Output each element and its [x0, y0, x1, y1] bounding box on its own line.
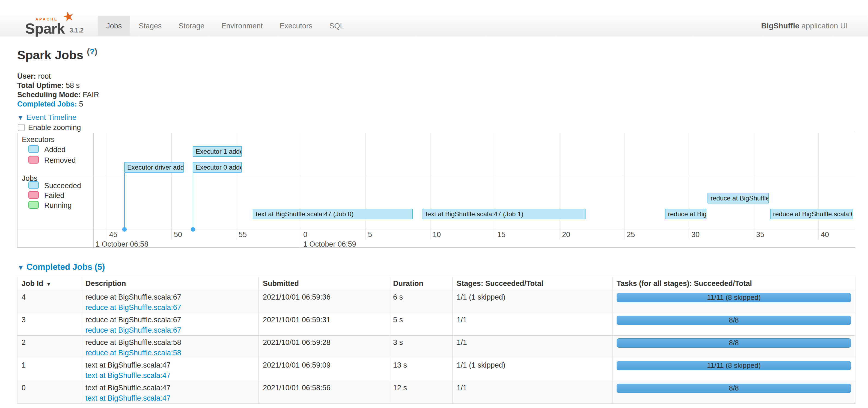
application-suffix: application UI — [800, 22, 848, 30]
legend-label-failed: Failed — [44, 192, 64, 200]
job-detail-link[interactable]: text at BigShuffle.scala:47 — [86, 371, 254, 380]
cell-tasks: 8/8 — [613, 381, 856, 404]
timeline-item[interactable]: reduce at BigShuffle.scala:58 (Job 2) — [665, 209, 706, 219]
job-description: reduce at BigShuffle.scala:58 — [86, 338, 254, 347]
timeline-event-marker-dot — [191, 227, 195, 232]
cell-tasks: 11/11 (8 skipped) — [613, 290, 856, 313]
cell-duration: 6 s — [389, 290, 453, 313]
enable-zooming-checkbox[interactable] — [18, 124, 25, 131]
tasks-progress-bar: 11/11 (8 skipped) — [617, 293, 851, 302]
completed-jobs-heading-text: Completed Jobs (5) — [27, 262, 105, 272]
legend-swatch-succeeded — [28, 181, 39, 189]
timeline-event-marker-dot — [122, 227, 127, 232]
tab-storage[interactable]: Storage — [170, 16, 213, 36]
summary-value: FAIR — [81, 91, 99, 99]
timeline-item[interactable]: reduce at BigShuffle.scala:67 (Job 4) — [770, 209, 852, 219]
column-header-submitted[interactable]: Submitted — [259, 277, 389, 290]
cell-submitted: 2021/10/01 06:58:56 — [259, 381, 389, 404]
cell-submitted: 2021/10/01 06:59:28 — [259, 336, 389, 358]
summary-value: 5 — [77, 100, 83, 108]
legend-swatch-added — [28, 145, 39, 153]
axis-tick-label: 5 — [368, 231, 372, 239]
cell-duration: 5 s — [389, 313, 453, 336]
timeline-item[interactable]: Executor driver added — [124, 162, 184, 173]
cell-description: reduce at BigShuffle.scala:67reduce at B… — [81, 313, 259, 336]
table-row: 1text at BigShuffle.scala:47text at BigS… — [18, 358, 856, 381]
help-question-icon[interactable]: ? — [90, 47, 94, 56]
timeline-major-gridline — [93, 133, 94, 248]
table-row: 3reduce at BigShuffle.scala:67reduce at … — [18, 313, 856, 336]
column-header-job-id[interactable]: Job Id▼ — [18, 277, 81, 290]
tab-environment[interactable]: Environment — [213, 16, 271, 36]
app-summary: User: rootTotal Uptime: 58 sScheduling M… — [17, 71, 99, 109]
timeline-item[interactable]: Executor 0 added — [193, 162, 242, 173]
summary-label[interactable]: Completed Jobs: — [17, 100, 77, 108]
legend-swatch-removed — [28, 156, 39, 164]
axis-tick-label: 50 — [174, 231, 182, 239]
job-detail-link[interactable]: reduce at BigShuffle.scala:67 — [86, 303, 254, 312]
help-link[interactable]: (?) — [87, 47, 97, 56]
summary-row: Total Uptime: 58 s — [17, 81, 99, 90]
cell-job-id: 1 — [18, 358, 81, 381]
timeline-gridline — [107, 133, 107, 240]
cell-stages: 1/1 — [453, 381, 613, 404]
table-row: 0text at BigShuffle.scala:47text at BigS… — [18, 381, 856, 404]
axis-tick-label: 25 — [627, 231, 635, 239]
completed-jobs-heading[interactable]: ▼Completed Jobs (5) — [17, 262, 105, 272]
job-detail-link[interactable]: reduce at BigShuffle.scala:67 — [86, 326, 254, 334]
table-header-row: Job Id▼DescriptionSubmittedDurationStage… — [18, 277, 856, 290]
job-description: text at BigShuffle.scala:47 — [86, 384, 254, 392]
tasks-progress-bar: 8/8 — [617, 384, 851, 393]
application-name: BigShuffle — [761, 22, 800, 30]
cell-tasks: 11/11 (8 skipped) — [613, 358, 856, 381]
job-description: text at BigShuffle.scala:47 — [86, 361, 254, 370]
timeline-item[interactable]: reduce at BigShuffle.scala:67 (Job 3) — [708, 193, 769, 203]
axis-tick-label: 40 — [821, 231, 829, 239]
summary-label: Total Uptime: — [17, 81, 64, 90]
enable-zooming-row: Enable zooming — [17, 123, 81, 132]
job-detail-link[interactable]: reduce at BigShuffle.scala:58 — [86, 349, 254, 357]
job-detail-link[interactable]: text at BigShuffle.scala:47 — [86, 394, 254, 403]
spark-logo[interactable]: APACHE Spark ★ 3.1.2 — [25, 16, 84, 36]
cell-tasks: 8/8 — [613, 336, 856, 358]
cell-duration: 3 s — [389, 336, 453, 358]
tab-jobs[interactable]: Jobs — [98, 16, 130, 36]
timeline-event-marker-line — [124, 173, 125, 229]
event-timeline-chart[interactable]: ExecutorsAddedRemovedJobsSucceededFailed… — [17, 133, 855, 248]
cell-description: reduce at BigShuffle.scala:67reduce at B… — [81, 290, 259, 313]
cell-tasks: 8/8 — [613, 313, 856, 336]
cell-stages: 1/1 (1 skipped) — [453, 358, 613, 381]
legend-label-removed: Removed — [44, 156, 76, 165]
timeline-event-marker-line — [193, 173, 193, 229]
spark-wordmark: APACHE Spark ★ — [25, 16, 65, 36]
column-header-duration[interactable]: Duration — [389, 277, 453, 290]
timeline-item[interactable]: Executor 1 added — [193, 146, 242, 157]
cell-duration: 13 s — [389, 358, 453, 381]
column-header-tasks-for-all-stages-succeeded-total[interactable]: Tasks (for all stages): Succeeded/Total — [613, 277, 856, 290]
column-header-description[interactable]: Description — [81, 277, 259, 290]
event-timeline-label: Event Timeline — [27, 113, 77, 121]
collapse-triangle-icon: ▼ — [17, 114, 24, 121]
axis-date-label: 1 October 06:58 — [96, 240, 149, 249]
tasks-progress-bar: 8/8 — [617, 338, 851, 348]
event-timeline-toggle[interactable]: ▼Event Timeline — [17, 113, 76, 122]
cell-submitted: 2021/10/01 06:59:09 — [259, 358, 389, 381]
cell-description: text at BigShuffle.scala:47text at BigSh… — [81, 358, 259, 381]
tab-stages[interactable]: Stages — [130, 16, 170, 36]
timeline-gridline — [172, 133, 172, 240]
axis-tick-label: 10 — [433, 231, 441, 239]
cell-description: text at BigShuffle.scala:47text at BigSh… — [81, 381, 259, 404]
tab-executors[interactable]: Executors — [271, 16, 321, 36]
timeline-item[interactable]: text at BigShuffle.scala:47 (Job 1) — [423, 209, 586, 219]
cell-description: reduce at BigShuffle.scala:58reduce at B… — [81, 336, 259, 358]
axis-tick-label: 30 — [691, 231, 700, 239]
cell-job-id: 4 — [18, 290, 81, 313]
cell-job-id: 3 — [18, 313, 81, 336]
column-header-stages-succeeded-total[interactable]: Stages: Succeeded/Total — [453, 277, 613, 290]
timeline-item[interactable]: text at BigShuffle.scala:47 (Job 0) — [253, 209, 413, 219]
cell-stages: 1/1 — [453, 313, 613, 336]
tab-sql[interactable]: SQL — [321, 16, 353, 36]
summary-row: User: root — [17, 71, 99, 81]
legend-swatch-failed — [28, 191, 39, 199]
summary-row: Completed Jobs: 5 — [17, 99, 99, 109]
